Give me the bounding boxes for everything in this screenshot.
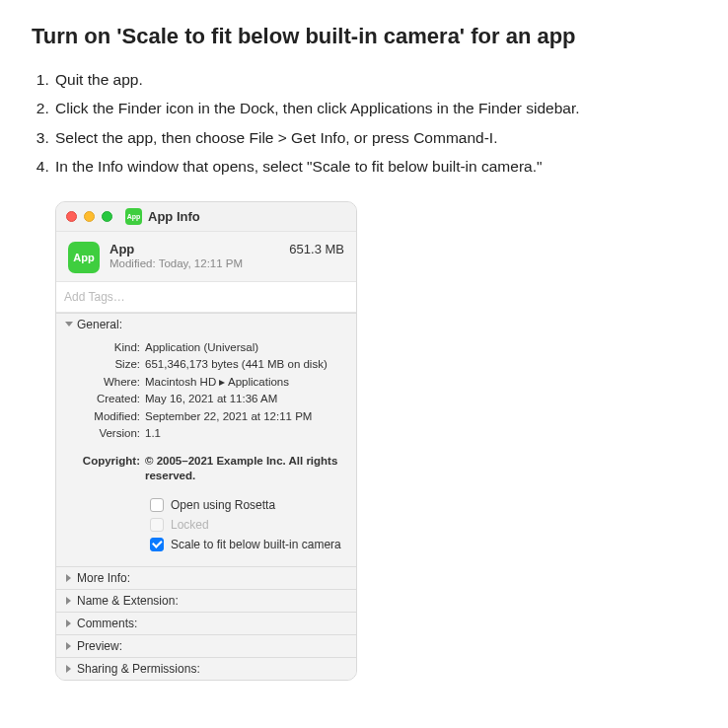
- locked-option: Locked: [66, 515, 346, 535]
- modified-summary: Modified: Today, 12:11 PM: [109, 257, 279, 269]
- size-label: Size:: [66, 357, 145, 373]
- app-name: App: [109, 242, 279, 256]
- chevron-right-icon: [64, 619, 73, 627]
- kind-label: Kind:: [66, 340, 145, 356]
- section-label: More Info:: [77, 571, 130, 585]
- get-info-window: App App Info App App Modified: Today, 12…: [55, 201, 357, 681]
- section-label: Name & Extension:: [77, 594, 179, 608]
- zoom-icon[interactable]: [102, 211, 112, 222]
- section-toggle-more-info[interactable]: More Info:: [56, 567, 356, 589]
- step-item: Quit the app.: [53, 65, 696, 94]
- chevron-down-icon: [64, 320, 73, 328]
- option-label: Scale to fit below built-in camera: [171, 538, 341, 551]
- size-value: 651,346,173 bytes (441 MB on disk): [145, 357, 346, 373]
- file-size: 651.3 MB: [289, 242, 344, 256]
- tags-input[interactable]: [56, 282, 356, 312]
- section-comments: Comments:: [56, 612, 356, 634]
- section-preview: Preview:: [56, 634, 356, 657]
- created-label: Created:: [66, 392, 145, 407]
- tags-field[interactable]: [56, 281, 356, 313]
- minimize-icon[interactable]: [84, 211, 95, 222]
- section-toggle-preview[interactable]: Preview:: [56, 635, 356, 657]
- step-item: Select the app, then choose File > Get I…: [53, 123, 696, 152]
- info-header: App App Modified: Today, 12:11 PM 651.3 …: [56, 232, 356, 281]
- section-label: General:: [77, 318, 122, 331]
- chevron-right-icon: [64, 573, 73, 582]
- section-general: General: Kind:Application (Universal) Si…: [56, 313, 356, 566]
- section-toggle-name-extension[interactable]: Name & Extension:: [56, 590, 356, 612]
- option-label: Locked: [171, 518, 209, 532]
- checkbox-icon: [150, 518, 164, 532]
- app-icon: App: [68, 242, 100, 273]
- window-titlebar: App App Info: [56, 202, 356, 232]
- section-toggle-general[interactable]: General:: [56, 314, 356, 335]
- step-item: In the Info window that opens, select "S…: [53, 152, 696, 181]
- where-value: Macintosh HD ▸ Applications: [145, 375, 346, 391]
- rosetta-option[interactable]: Open using Rosetta: [66, 495, 346, 515]
- close-icon[interactable]: [66, 211, 77, 222]
- section-more-info: More Info:: [56, 566, 356, 589]
- version-label: Version:: [66, 426, 145, 442]
- page-title: Turn on 'Scale to fit below built-in cam…: [32, 24, 696, 49]
- created-value: May 16, 2021 at 11:36 AM: [145, 392, 346, 407]
- steps-list: Quit the app. Click the Finder icon in t…: [32, 65, 696, 182]
- step-item: Click the Finder icon in the Dock, then …: [53, 94, 696, 122]
- where-label: Where:: [66, 375, 145, 391]
- scale-option[interactable]: Scale to fit below built-in camera: [66, 535, 346, 554]
- section-label: Preview:: [77, 639, 122, 653]
- traffic-lights: [66, 211, 112, 222]
- chevron-right-icon: [64, 596, 73, 605]
- section-name-extension: Name & Extension:: [56, 589, 356, 612]
- section-label: Comments:: [77, 617, 137, 630]
- section-sharing-permissions: Sharing & Permissions:: [56, 657, 356, 680]
- app-icon: App: [125, 208, 142, 225]
- section-label: Sharing & Permissions:: [77, 662, 200, 676]
- modified-value: September 22, 2021 at 12:11 PM: [145, 409, 346, 425]
- checkbox-icon[interactable]: [150, 498, 164, 512]
- modified-label: Modified:: [66, 409, 145, 425]
- copyright-label: Copyright:: [66, 454, 145, 484]
- copyright-value: © 2005–2021 Example Inc. All rights rese…: [145, 454, 346, 484]
- chevron-right-icon: [64, 641, 73, 650]
- version-value: 1.1: [145, 426, 346, 442]
- checkbox-checked-icon[interactable]: [150, 538, 164, 551]
- section-toggle-sharing[interactable]: Sharing & Permissions:: [56, 658, 356, 680]
- chevron-right-icon: [64, 664, 73, 673]
- section-toggle-comments[interactable]: Comments:: [56, 613, 356, 634]
- option-label: Open using Rosetta: [171, 498, 275, 512]
- window-title: App Info: [148, 209, 200, 224]
- kind-value: Application (Universal): [145, 340, 346, 356]
